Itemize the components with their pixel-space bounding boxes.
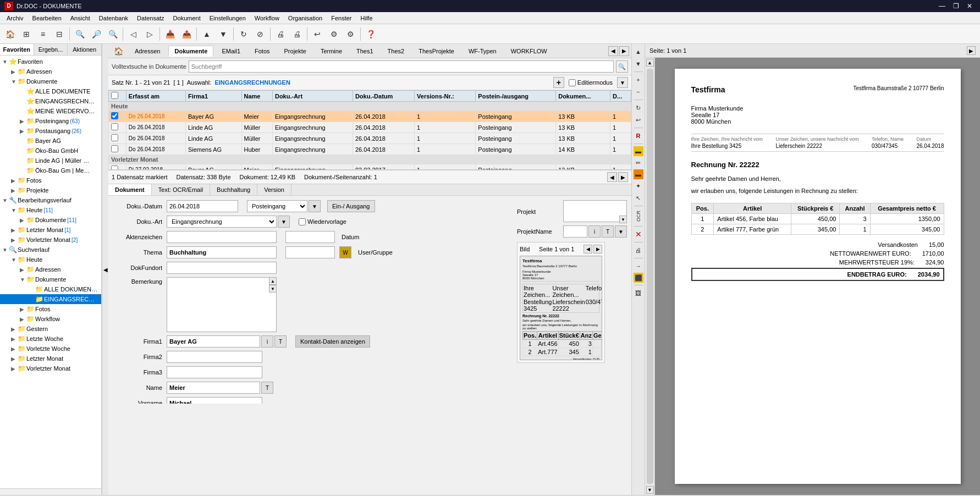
- firma3-input[interactable]: [167, 366, 262, 378]
- table-row[interactable]: Do 26.04.2018 Linde AG Müller Eingangsre…: [109, 122, 631, 133]
- side-yellow-btn[interactable]: ▬: [634, 146, 643, 156]
- tb-down-btn[interactable]: ▼: [216, 26, 231, 42]
- wiedervorlage-cb[interactable]: [299, 218, 306, 225]
- tree-item-fotos[interactable]: ▶ 📁 Fotos: [0, 175, 101, 185]
- tree-item-adressen-sv[interactable]: ▶ 📁 Adressen: [0, 264, 101, 274]
- firma1-t-btn[interactable]: T: [274, 335, 287, 348]
- menu-hilfe[interactable]: Hilfe: [356, 14, 377, 23]
- menu-workflow[interactable]: Workflow: [250, 14, 284, 23]
- tree-item-vorletzter-monat-sv[interactable]: ▶ 📁 Vorletzter Monat: [0, 363, 101, 373]
- tab-dokumente[interactable]: Dokumente: [168, 46, 213, 57]
- tb-arrow-btn[interactable]: ↩: [310, 26, 325, 42]
- menu-einstellungen[interactable]: Einstellungen: [205, 14, 250, 23]
- tree-item-vorletzte-woche[interactable]: ▶ 📁 Vorletzte Woche: [0, 344, 101, 354]
- menu-organisation[interactable]: Organisation: [284, 14, 327, 23]
- detail-tab-version[interactable]: Version: [257, 184, 291, 195]
- search-input[interactable]: [189, 60, 614, 73]
- table-row[interactable]: Do 26.04.2018 Siemens AG Huber Eingangsr…: [109, 144, 631, 155]
- preview-scroll-up[interactable]: ▲: [646, 59, 654, 67]
- col-erfasst[interactable]: Erfasst am: [126, 91, 185, 102]
- tree-item-suchverlauf[interactable]: ▼ 🔍 Suchverlauf: [0, 245, 101, 255]
- projektname-info-btn[interactable]: i: [588, 225, 601, 238]
- tree-item-favoriten[interactable]: ▼ ⭐ Favoriten: [0, 57, 101, 67]
- side-arrow-btn[interactable]: →: [633, 261, 644, 272]
- detail-tab-buchhaltung[interactable]: Buchhaltung: [210, 184, 257, 195]
- tree-item-alle-dok[interactable]: ⭐ ALLE DOKUMENTE: [0, 86, 101, 96]
- side-undo-btn[interactable]: ↩: [633, 114, 644, 125]
- tree-item-dok-sv[interactable]: ▼ 📁 Dokumente: [0, 274, 101, 284]
- close-button[interactable]: ✕: [964, 0, 976, 12]
- tb-fwd-btn[interactable]: ▷: [142, 26, 157, 42]
- tb-print2-btn[interactable]: 🖨: [289, 26, 305, 42]
- row-cb[interactable]: [111, 145, 118, 152]
- tb-settings-btn[interactable]: ⚙: [326, 26, 342, 42]
- menu-datenbank[interactable]: Datenbank: [95, 14, 133, 23]
- tb-search3-btn[interactable]: 🔍: [105, 26, 120, 42]
- nav-home-btn[interactable]: 🏠: [111, 47, 126, 56]
- tb-back-btn[interactable]: ◁: [125, 26, 141, 42]
- tab-thes1[interactable]: Thes1: [350, 46, 379, 57]
- tab-aktionen[interactable]: Aktionen: [68, 44, 101, 55]
- tree-item-postausgang[interactable]: ▶ 📁 Postausgang (26): [0, 126, 101, 136]
- posteingang-select[interactable]: Posteingang Postausgang: [247, 200, 307, 212]
- tree-item-projekte[interactable]: ▶ 📁 Projekte: [0, 185, 101, 195]
- scroll-right-btn[interactable]: ▶: [618, 172, 628, 182]
- thema-input[interactable]: [167, 246, 277, 258]
- tree-item-posteingang[interactable]: ▶ 📁 Posteingang (63): [0, 116, 101, 126]
- kontakt-btn[interactable]: Kontakt-Daten anzeigen: [295, 335, 370, 348]
- user-gruppe-btn[interactable]: W: [339, 246, 351, 258]
- table-row[interactable]: Do 26.04.2018 Linde AG Müller Eingangsre…: [109, 133, 631, 144]
- tree-item-bearbeitungsverlauf[interactable]: ▼ 🔧 Bearbeitungsverlauf: [0, 195, 101, 205]
- tab-thesprojekte[interactable]: ThesProjekte: [412, 46, 460, 57]
- col-firma[interactable]: Firma1: [185, 91, 241, 102]
- datum-input[interactable]: [285, 231, 335, 243]
- tb-refresh-btn[interactable]: ↻: [236, 26, 251, 42]
- col-datum[interactable]: Doku.-Datum: [353, 91, 414, 102]
- tb-home-btn[interactable]: 🏠: [2, 26, 18, 42]
- tree-item-workflow-sv[interactable]: ▶ 📁 Workflow: [0, 314, 101, 324]
- tree-item-eingangsrechnungen[interactable]: ⭐ EINGANGSRECHNUNGEN: [0, 96, 101, 106]
- side-pencil-btn[interactable]: ✏: [633, 157, 644, 168]
- row-cb[interactable]: [111, 134, 118, 141]
- side-zoom-in-btn[interactable]: +: [633, 74, 644, 85]
- tree-item-letzte-woche[interactable]: ▶ 📁 Letzte Woche: [0, 334, 101, 344]
- aktenzeichen-input[interactable]: [167, 231, 277, 243]
- tree-item-dokumente[interactable]: ▼ 📁 Dokumente: [0, 76, 101, 86]
- maximize-button[interactable]: ❐: [950, 0, 962, 12]
- col-version[interactable]: Versions-Nr.:: [415, 91, 476, 102]
- tree-item-oko2[interactable]: 📁 Öko-Bau Gm | Meier | Eing...: [0, 166, 101, 175]
- tb-grid-btn[interactable]: ⊞: [19, 26, 34, 42]
- menu-archiv[interactable]: Archiv: [2, 14, 28, 23]
- minimize-button[interactable]: —: [935, 0, 949, 12]
- tree-item-adressen[interactable]: ▶ 📁 Adressen: [0, 67, 101, 76]
- dokfundort-input[interactable]: [167, 262, 277, 274]
- search-go-btn[interactable]: 🔍: [616, 60, 628, 73]
- tb-up-btn[interactable]: ▲: [199, 26, 214, 42]
- name-t-btn[interactable]: T: [261, 382, 273, 394]
- preview-scroll-down[interactable]: ▼: [646, 486, 654, 494]
- projekt-scroll-btn[interactable]: ▼: [619, 216, 627, 223]
- menu-ansicht[interactable]: Ansicht: [66, 14, 95, 23]
- tab-email1[interactable]: EMail1: [216, 46, 246, 57]
- side-r-btn[interactable]: R: [633, 130, 644, 141]
- table-row[interactable]: Do 26.04.2018 Bayer AG Meier Eingangsrec…: [109, 111, 631, 122]
- table-row[interactable]: Di 27.02.2018 Bayer AG Meier Eingangsrec…: [109, 164, 631, 170]
- tb-search1-btn[interactable]: 🔍: [72, 26, 87, 42]
- firma1-input[interactable]: [167, 335, 260, 348]
- row-cb[interactable]: [111, 112, 118, 119]
- row-cb[interactable]: [111, 123, 118, 130]
- row-cb[interactable]: [111, 166, 118, 170]
- preview-close-btn[interactable]: ▶: [967, 46, 976, 55]
- projekt-textarea[interactable]: [563, 200, 627, 222]
- col-art[interactable]: Doku.-Art: [272, 91, 353, 102]
- side-down-btn[interactable]: ▼: [633, 58, 644, 69]
- tree-item-heute-11[interactable]: ▼ 📁 Heute [11]: [0, 205, 101, 215]
- tree-item-vorletzter-monat-b[interactable]: ▶ 📁 Vorletzter Monat [2]: [0, 235, 101, 245]
- tab-scroll-right[interactable]: ▶: [619, 46, 629, 56]
- panel-collapse-btn[interactable]: ◀: [102, 44, 108, 495]
- col-d[interactable]: D...: [610, 91, 631, 102]
- tab-wf-typen[interactable]: WF-Typen: [463, 46, 503, 57]
- side-up-btn[interactable]: ▲: [633, 46, 644, 57]
- tree-item-bayer[interactable]: 📁 Bayer AG: [0, 136, 101, 146]
- tb-view3-btn[interactable]: ⊟: [52, 26, 67, 42]
